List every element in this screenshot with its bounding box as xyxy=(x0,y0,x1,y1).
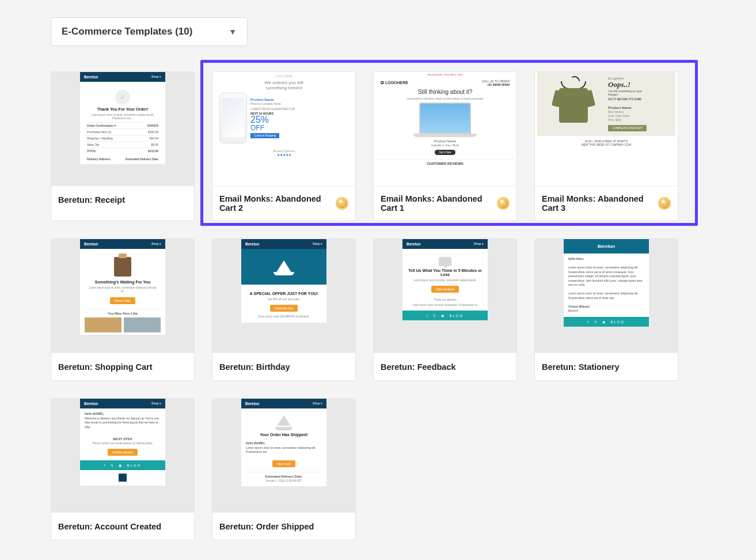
template-title: Email Monks: Abandoned Cart 1 xyxy=(381,194,497,213)
template-preview: Discount Ends • Free Offers • New ✪ LOGO… xyxy=(374,72,516,186)
template-title: Beretun: Feedback xyxy=(381,362,456,372)
template-card[interactable]: BeretunShop ▾ Something's Waiting For Yo… xyxy=(51,239,195,381)
template-title: Beretun: Shopping Cart xyxy=(58,362,153,372)
template-preview: LOGO HERE We noticed you leftsomething b… xyxy=(212,72,355,186)
template-preview: ✪ LogoHere Oops..! You left something on… xyxy=(535,72,678,186)
template-card[interactable]: LOGO HERE We noticed you leftsomething b… xyxy=(212,71,356,221)
template-preview: BeretunShop ▾ Something's Waiting For Yo… xyxy=(51,239,194,353)
author-badge-icon xyxy=(497,197,510,210)
template-title: Beretun: Receipt xyxy=(58,195,125,205)
template-title: Beretun: Order Shipped xyxy=(219,522,314,531)
template-card[interactable]: BeretunShop ▾ Hello {NAME}, Welcome to B… xyxy=(51,398,195,540)
template-card[interactable]: ✪ LogoHere Oops..! You left something on… xyxy=(534,71,678,221)
template-title: Email Monks: Abandoned Cart 3 xyxy=(542,194,658,213)
category-dropdown[interactable]: E-Commerce Templates (10) ▼ xyxy=(51,17,248,46)
author-badge-icon xyxy=(336,197,348,210)
template-card[interactable]: Beretun Hello there, Lorem ipsum dolor s… xyxy=(534,239,678,381)
template-card[interactable]: Discount Ends • Free Offers • New ✪ LOGO… xyxy=(373,71,517,221)
template-card[interactable]: BeretunShop ▾ Your Order Has Shipped! He… xyxy=(212,398,356,540)
template-preview: Beretun Hello there, Lorem ipsum dolor s… xyxy=(535,239,678,353)
dropdown-label: E-Commerce Templates (10) xyxy=(62,26,192,37)
template-preview: BeretunShop ▾ ✓ Thank You For Your Order… xyxy=(51,72,194,186)
template-title: Beretun: Stationery xyxy=(542,362,620,372)
template-title: Beretun: Account Created xyxy=(58,522,161,531)
template-preview: BeretunShop ▾ Hello {NAME}, Welcome to B… xyxy=(51,399,194,512)
template-grid: BeretunShop ▾ ✓ Thank You For Your Order… xyxy=(51,71,705,540)
template-title: Beretun: Birthday xyxy=(219,362,290,372)
template-card[interactable]: BeretunShop ▾ A SPECIAL OFFER JUST FOR Y… xyxy=(212,239,356,381)
template-preview: BeretunShop ▾ Your Order Has Shipped! He… xyxy=(212,399,355,512)
template-preview: BeretunShop ▾ A SPECIAL OFFER JUST FOR Y… xyxy=(212,239,355,353)
author-badge-icon xyxy=(658,197,671,210)
template-card[interactable]: BeretunShop ▾ Tell Us What You Think in … xyxy=(373,239,517,381)
template-preview: BeretunShop ▾ Tell Us What You Think in … xyxy=(374,239,516,353)
chevron-down-icon: ▼ xyxy=(229,27,237,36)
template-card[interactable]: BeretunShop ▾ ✓ Thank You For Your Order… xyxy=(51,71,195,221)
template-title: Email Monks: Abandoned Cart 2 xyxy=(219,194,336,213)
